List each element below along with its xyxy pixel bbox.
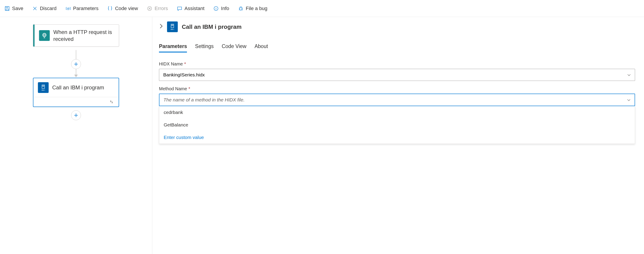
method-name-field-group: Method Name* The name of a method in the… bbox=[159, 86, 635, 144]
discard-button[interactable]: Discard bbox=[32, 5, 56, 11]
method-name-dropdown: cedrbank GetBalance Enter custom value bbox=[159, 106, 635, 144]
trigger-node-title: When a HTTP request is received bbox=[54, 28, 114, 42]
method-name-select[interactable]: The name of a method in the HIDX file. bbox=[159, 94, 635, 106]
svg-point-4 bbox=[240, 7, 242, 10]
toolbar: Save Discard @ Parameters Code view bbox=[0, 0, 644, 17]
save-label: Save bbox=[12, 5, 23, 11]
svg-rect-8 bbox=[43, 86, 44, 86]
ibmi-icon: IBM i bbox=[167, 21, 178, 32]
dropdown-option[interactable]: cedrbank bbox=[159, 106, 635, 119]
info-button[interactable]: Info bbox=[213, 5, 229, 11]
hidx-name-field-group: HIDX Name* BankingISeries.hidx bbox=[159, 61, 635, 81]
details-panel: IBM i Call an IBM i program Parameters S… bbox=[152, 17, 644, 254]
http-trigger-icon bbox=[39, 30, 50, 41]
hidx-name-label: HIDX Name* bbox=[159, 61, 635, 67]
save-button[interactable]: Save bbox=[4, 5, 23, 11]
code-view-button[interactable]: Code view bbox=[107, 5, 138, 11]
action-node-title: Call an IBM i program bbox=[52, 84, 104, 91]
file-bug-button[interactable]: File a bug bbox=[238, 5, 268, 11]
method-name-placeholder: The name of a method in the HIDX file. bbox=[164, 97, 245, 103]
main-content: When a HTTP request is received bbox=[0, 17, 644, 254]
assistant-button[interactable]: Assistant bbox=[177, 5, 204, 11]
collapse-chevron-icon[interactable] bbox=[159, 23, 163, 30]
trigger-node[interactable]: When a HTTP request is received bbox=[33, 24, 119, 47]
connector-line bbox=[76, 50, 76, 59]
discard-label: Discard bbox=[40, 5, 56, 11]
panel-header: IBM i Call an IBM i program bbox=[159, 21, 635, 32]
dropdown-custom-option[interactable]: Enter custom value bbox=[159, 131, 635, 144]
workflow-canvas: When a HTTP request is received bbox=[0, 17, 152, 254]
chevron-down-icon bbox=[627, 73, 631, 77]
code-view-label: Code view bbox=[115, 5, 138, 11]
tab-code-view[interactable]: Code View bbox=[222, 43, 246, 52]
parameters-label: Parameters bbox=[73, 5, 98, 11]
assistant-label: Assistant bbox=[184, 5, 204, 11]
panel-title: Call an IBM i program bbox=[182, 23, 242, 30]
node-footer bbox=[34, 97, 119, 107]
info-label: Info bbox=[221, 5, 229, 11]
braces-icon bbox=[107, 6, 113, 11]
connector-line bbox=[76, 69, 76, 75]
svg-rect-10 bbox=[172, 25, 173, 26]
dropdown-option[interactable]: GetBalance bbox=[159, 119, 635, 131]
bug-icon bbox=[238, 6, 244, 11]
errors-label: Errors bbox=[154, 5, 168, 11]
tab-parameters[interactable]: Parameters bbox=[159, 43, 187, 52]
add-step-button[interactable] bbox=[71, 110, 81, 120]
action-node[interactable]: IBM i Call an IBM i program bbox=[33, 78, 119, 107]
chevron-down-icon bbox=[627, 98, 630, 102]
parameters-button[interactable]: @ Parameters bbox=[66, 5, 98, 11]
tab-about[interactable]: About bbox=[254, 43, 268, 52]
connector-arrow bbox=[74, 75, 78, 77]
hidx-name-value: BankingISeries.hidx bbox=[163, 72, 205, 77]
method-name-label: Method Name* bbox=[159, 86, 635, 91]
info-icon bbox=[213, 6, 219, 11]
ibmi-icon: IBM i bbox=[38, 82, 49, 93]
errors-button: Errors bbox=[147, 5, 168, 11]
chat-icon bbox=[177, 6, 182, 11]
tabs: Parameters Settings Code View About bbox=[159, 43, 635, 52]
link-icon[interactable] bbox=[109, 99, 114, 104]
save-icon bbox=[4, 6, 10, 11]
file-bug-label: File a bug bbox=[246, 5, 268, 11]
svg-text:@: @ bbox=[67, 7, 70, 10]
svg-rect-0 bbox=[5, 6, 9, 10]
tab-settings[interactable]: Settings bbox=[195, 43, 214, 52]
parameters-icon: @ bbox=[66, 6, 71, 11]
close-icon bbox=[32, 6, 38, 11]
error-icon bbox=[147, 6, 152, 11]
add-step-button[interactable] bbox=[71, 59, 81, 69]
hidx-name-select[interactable]: BankingISeries.hidx bbox=[159, 69, 635, 81]
